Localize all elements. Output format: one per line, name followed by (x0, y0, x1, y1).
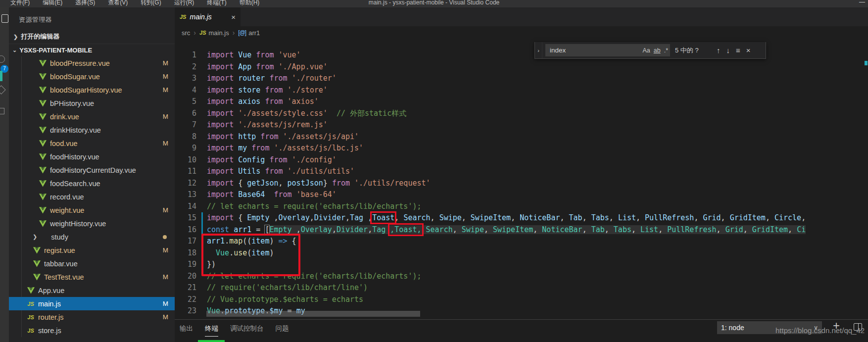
horizontal-scrollbar[interactable] (206, 311, 420, 317)
tree-item[interactable]: drink.vueM (9, 110, 175, 123)
tree-item[interactable]: foodHistory.vue (9, 150, 175, 163)
tree-item[interactable]: tabbar.vue (9, 257, 175, 270)
code-line[interactable]: 22// Vue.prototype.$echarts = echarts (175, 294, 868, 306)
line-number: 20 (175, 271, 196, 283)
menu-item[interactable]: 转到(G) (134, 0, 167, 6)
breadcrumb: src › JS main.js › [@] arr1 (175, 26, 868, 39)
project-section-header[interactable]: ⌄ YSXS-PATIENT-MOBILE (9, 44, 175, 56)
line-number: 15 (175, 212, 196, 224)
breadcrumb-file[interactable]: main.js (208, 29, 229, 37)
code-line[interactable]: 16const arr1 = [Empty ,Overlay,Divider,T… (175, 224, 868, 236)
find-in-selection-icon[interactable]: ≡ (736, 46, 740, 54)
panel-tab[interactable]: 终端 (205, 324, 218, 337)
tree-item[interactable]: ❯study (9, 230, 175, 244)
code-line[interactable]: 14// let echarts = require('echarts/lib/… (175, 201, 868, 213)
line-number: 2 (175, 61, 196, 73)
find-close-icon[interactable]: × (746, 46, 751, 54)
gutter-change-indicator (201, 282, 203, 294)
search-icon[interactable] (0, 55, 5, 63)
code-line[interactable]: 19}) (175, 259, 868, 271)
find-previous-icon[interactable]: ↑ (717, 46, 721, 54)
menu-item[interactable]: 选择(S) (69, 0, 101, 6)
tree-item[interactable]: record.vue (9, 190, 175, 203)
code-line[interactable]: 8import http from './assets/js/api' (175, 131, 868, 143)
breadcrumb-symbol[interactable]: arr1 (248, 29, 260, 37)
chevron-right-icon: › (233, 29, 235, 37)
code-line[interactable]: 15import { Empty ,Overlay,Divider,Tag ,T… (175, 212, 868, 224)
vscode-window: 文件(F)编辑(E)选择(S)查看(V)转到(G)运行(R)终端(T)帮助(H)… (0, 0, 868, 342)
explorer-icon[interactable] (1, 14, 8, 23)
menu-item[interactable]: 帮助(H) (233, 0, 266, 6)
code-line[interactable]: 7import './assets/js/rem.js' (175, 119, 868, 131)
file-name: study (51, 233, 68, 241)
find-widget: › Aa ab .* 5 中的 ? ↑ ↓ ≡ × (534, 42, 766, 59)
file-name: foodSearch.vue (50, 180, 100, 188)
code-line[interactable]: 3import router from './router' (175, 73, 868, 85)
file-name: food.vue (50, 140, 78, 147)
tab-close-icon[interactable]: × (231, 13, 236, 21)
panel-tabs: 输出终端调试控制台问题 (180, 324, 301, 337)
tree-item[interactable]: JSrouter.jsM (9, 310, 175, 324)
find-next-icon[interactable]: ↓ (726, 46, 730, 54)
menu-item[interactable]: 运行(R) (168, 0, 201, 6)
code-line[interactable]: 21// require('echarts/lib/chart/line') (175, 282, 868, 294)
panel-tab[interactable]: 调试控制台 (230, 324, 264, 337)
tree-item[interactable]: food.vueM (9, 137, 175, 150)
gutter-change-indicator (201, 178, 203, 190)
tree-item[interactable]: weight.vueM (9, 203, 175, 217)
menu-item[interactable]: 查看(V) (101, 0, 134, 6)
code-line[interactable]: 13import Base64 from 'base-64' (175, 189, 868, 201)
menu-item[interactable]: 文件(F) (4, 0, 36, 6)
code-line[interactable]: 10import Config from './config' (175, 154, 868, 166)
tree-item[interactable]: weightHistory.vue (9, 217, 175, 230)
code-text: Vue.use(item) (207, 247, 274, 259)
whole-word-icon[interactable]: ab (654, 47, 661, 54)
tab-strip: JS main.js × (175, 7, 868, 26)
tree-item[interactable]: foodSearch.vue (9, 177, 175, 190)
line-number: 6 (175, 108, 196, 120)
tree-item[interactable]: foodHistoryCurrentDay.vue (9, 163, 175, 177)
regex-icon[interactable]: .* (664, 47, 668, 54)
match-case-icon[interactable]: Aa (642, 47, 650, 54)
tree-item[interactable]: bloodSugarHistory.vueM (9, 83, 175, 97)
tree-item[interactable]: JSstore.js (9, 324, 175, 337)
tree-item[interactable]: bPHistory.vue (9, 97, 175, 110)
menu-item[interactable]: 编辑(E) (36, 0, 69, 6)
terminal-prompt-block (198, 340, 225, 342)
code-text: // Vue.prototype.$echarts = echarts (207, 294, 363, 306)
open-editors-section[interactable]: ❯ 打开的编辑器 (9, 31, 175, 43)
tree-item[interactable]: App.vue (9, 284, 175, 297)
tree-item[interactable]: regist.vueM (9, 244, 175, 257)
tree-item[interactable]: JSmain.jsM (9, 297, 175, 310)
extensions-icon[interactable] (0, 108, 4, 114)
code-text: import Config from './config' (207, 154, 337, 166)
tree-item[interactable]: drinkHistory.vue (9, 123, 175, 137)
code-line[interactable]: 18 Vue.use(item) (175, 247, 868, 259)
tree-item[interactable]: TestTest.vueM (9, 270, 175, 284)
code-line[interactable]: 2import App from './App.vue' (175, 61, 868, 73)
tree-item[interactable]: bloodSugar.vueM (9, 70, 175, 83)
find-input[interactable] (549, 46, 639, 54)
breadcrumb-src[interactable]: src (182, 29, 190, 37)
panel-tab[interactable]: 问题 (276, 324, 289, 337)
menu-item[interactable]: 终端(T) (200, 0, 233, 6)
tree-item[interactable]: bloodPressure.vueM (9, 56, 175, 70)
panel-tab[interactable]: 输出 (180, 324, 193, 337)
js-file-icon: JS (180, 14, 186, 20)
tab-main-js[interactable]: JS main.js × (175, 7, 241, 26)
code-line[interactable]: 4import store from './store' (175, 85, 868, 97)
code-line[interactable]: 5import axios from 'axios' (175, 96, 868, 108)
code-line[interactable]: 6import './assets/style.css' // 外部static… (175, 108, 868, 120)
debug-icon[interactable] (0, 85, 6, 94)
code-area[interactable]: 1import Vue from 'vue'2import App from '… (175, 49, 868, 317)
vue-file-icon (33, 274, 41, 281)
code-line[interactable]: 11import Utils from './utils/utils' (175, 166, 868, 178)
code-line[interactable]: 12import { getJson, postJson} from './ut… (175, 178, 868, 190)
gutter-change-indicator (201, 154, 203, 166)
find-replace-toggle-icon[interactable]: › (535, 42, 542, 58)
code-line[interactable]: 17arr1.map((item) => { (175, 236, 868, 247)
code-line[interactable]: 20// let echarts = require('echarts/lib/… (175, 271, 868, 283)
minimize-button[interactable]: — (859, 0, 865, 6)
code-line[interactable]: 9import my from './assets/js/lbc.js' (175, 143, 868, 154)
js-file-icon: JS (27, 301, 35, 307)
